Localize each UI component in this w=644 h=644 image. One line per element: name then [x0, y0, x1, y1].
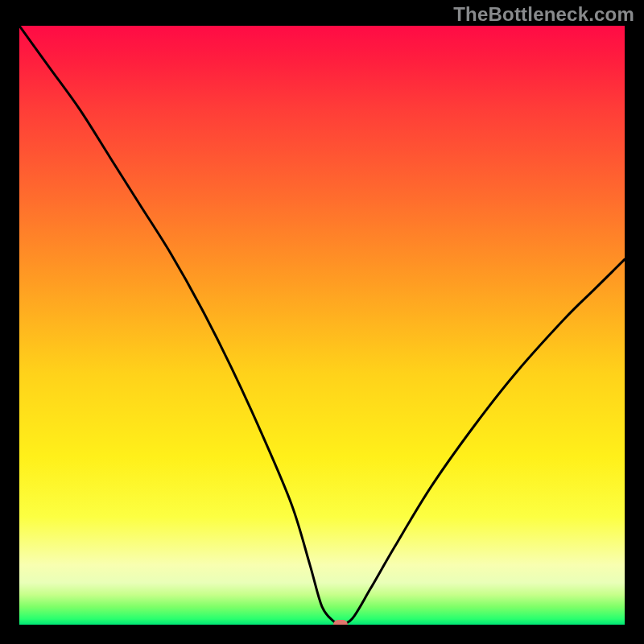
minimum-marker — [333, 620, 348, 625]
bottleneck-curve — [19, 26, 625, 625]
chart-frame: TheBottleneck.com — [0, 0, 644, 644]
watermark-label: TheBottleneck.com — [453, 3, 634, 26]
plot-area — [19, 26, 625, 625]
